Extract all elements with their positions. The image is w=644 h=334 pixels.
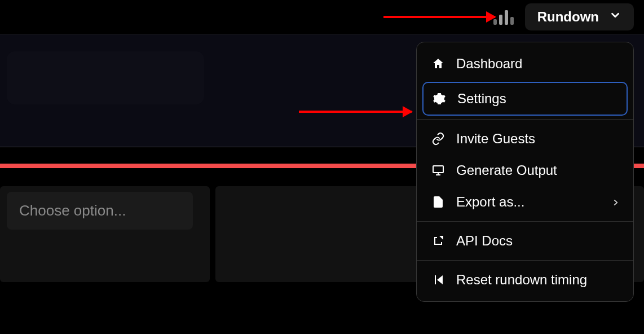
menu-label: Reset rundown timing: [456, 272, 587, 288]
gear-icon: [431, 92, 447, 106]
rundown-menu: Dashboard Settings Invite Guests Generat…: [416, 42, 634, 302]
menu-label: Export as...: [456, 194, 524, 210]
menu-label: Dashboard: [456, 56, 522, 72]
rundown-dropdown-button[interactable]: Rundown: [525, 3, 634, 30]
skip-back-icon: [430, 273, 446, 287]
link-icon: [430, 132, 446, 146]
menu-item-api-docs[interactable]: API Docs: [417, 225, 633, 257]
annotation-arrow-2: [299, 111, 412, 113]
chevron-right-icon: [612, 194, 620, 210]
choose-option-select[interactable]: Choose option...: [7, 192, 193, 230]
option-cell[interactable]: Choose option...: [0, 186, 210, 282]
svg-rect-0: [433, 166, 443, 173]
menu-item-reset-timing[interactable]: Reset rundown timing: [417, 264, 633, 296]
chevron-down-icon: [609, 9, 621, 25]
panel-block: [7, 51, 204, 104]
rundown-label: Rundown: [537, 9, 599, 25]
monitor-icon: [430, 164, 446, 177]
home-icon: [430, 57, 446, 71]
export-icon: [430, 195, 446, 209]
menu-label: API Docs: [456, 233, 513, 249]
menu-label: Generate Output: [456, 162, 557, 178]
menu-item-settings[interactable]: Settings: [422, 82, 628, 116]
external-link-icon: [430, 234, 446, 248]
menu-label: Settings: [457, 91, 506, 107]
menu-separator: [417, 260, 633, 261]
menu-separator: [417, 221, 633, 222]
menu-item-export-as[interactable]: Export as...: [417, 186, 633, 218]
menu-item-dashboard[interactable]: Dashboard: [417, 48, 633, 80]
menu-item-generate-output[interactable]: Generate Output: [417, 155, 633, 186]
menu-item-invite-guests[interactable]: Invite Guests: [417, 123, 633, 155]
menu-separator: [417, 119, 633, 120]
topbar: Rundown: [0, 0, 644, 34]
menu-label: Invite Guests: [456, 131, 535, 147]
annotation-arrow-1: [383, 16, 495, 18]
signal-icon: [493, 9, 514, 25]
